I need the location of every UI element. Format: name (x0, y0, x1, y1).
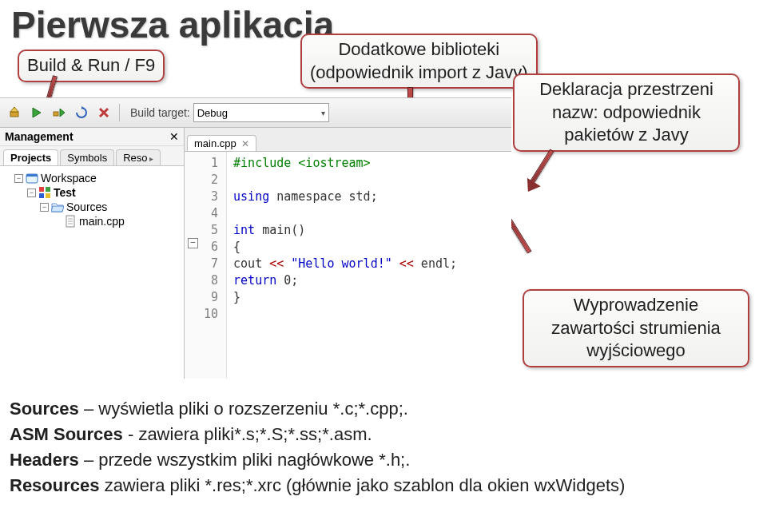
build-icon[interactable] (5, 103, 24, 122)
callout-build-run: Build & Run / F9 (18, 50, 165, 82)
code-line-5b: main() (255, 223, 305, 237)
svg-rect-11 (46, 187, 50, 192)
close-icon[interactable]: ✕ (169, 130, 179, 143)
project-icon (38, 186, 51, 199)
collapse-icon[interactable]: − (27, 189, 36, 197)
folder-open-icon (51, 200, 64, 213)
workspace-icon (26, 172, 38, 185)
chevron-right-icon: ▸ (149, 154, 153, 163)
tree-file-label: main.cpp (79, 215, 125, 228)
line-number: 2 (204, 172, 218, 189)
code-kw-return: return (233, 273, 276, 288)
callout-libraries: Dodatkowe biblioteki (odpowiednik import… (300, 34, 538, 89)
callout-namespace-l3: pakietów z Javy (523, 124, 730, 147)
tree-file-maincpp[interactable]: main.cpp (3, 214, 181, 228)
toolbar: Build target: Debug ▾ (0, 98, 511, 128)
tab-projects[interactable]: Projects (3, 149, 58, 165)
line-number: 6 (204, 239, 218, 256)
callout-output-stream-l2: zawartości strumienia (532, 317, 740, 340)
bottom-sources-t: – wyświetla pliki o rozszerzeniu *.c;*.c… (79, 399, 408, 419)
tree-project-label: Test (54, 186, 76, 199)
line-number: 9 (204, 289, 218, 306)
svg-rect-9 (26, 174, 38, 177)
tab-symbols[interactable]: Symbols (60, 149, 114, 165)
callout-libraries-l1: Dodatkowe biblioteki (310, 38, 528, 62)
project-tree: − Workspace − Test − Sources ma (0, 166, 184, 379)
bottom-description: Sources – wyświetla pliki o rozszerzeniu… (10, 396, 625, 498)
abort-icon[interactable] (94, 103, 113, 122)
code-line-8c: 0; (276, 273, 298, 288)
code-op-2: << (399, 256, 414, 271)
line-number: 3 (204, 189, 218, 205)
management-panel: Management ✕ Projects Symbols Reso▸ − Wo… (0, 128, 185, 379)
tab-resources-label: Reso (123, 152, 147, 164)
code-kw-int: int (233, 223, 255, 237)
svg-marker-4 (60, 109, 65, 117)
tree-sources-folder[interactable]: − Sources (3, 200, 181, 214)
line-number: 5 (204, 222, 218, 239)
bottom-headers-b: Headers (10, 450, 79, 470)
code-line-1: #include <iostream> (233, 156, 371, 170)
line-number: 7 (204, 256, 218, 272)
bottom-headers-t: – przede wszystkim pliki nagłówkowe *.h;… (79, 450, 411, 470)
fold-icon[interactable]: − (188, 238, 198, 248)
code-editor[interactable]: 1 2 3 4 5 6 7 8 9 10 − #include <iostrea… (185, 152, 511, 379)
svg-rect-13 (46, 193, 50, 198)
callout-namespace-l1: Deklaracja przestrzeni (523, 78, 730, 101)
run-icon[interactable] (27, 103, 46, 122)
svg-rect-3 (54, 112, 58, 116)
code-op-1: << (269, 256, 284, 271)
svg-rect-12 (39, 193, 44, 198)
svg-marker-2 (33, 108, 41, 117)
callout-namespace: Deklaracja przestrzeni nazw: odpowiednik… (513, 73, 740, 152)
management-tabs: Projects Symbols Reso▸ (0, 146, 184, 166)
editor-area: main.cpp ✕ 1 2 3 4 5 6 7 8 9 10 − (185, 128, 511, 379)
callout-output-stream-l1: Wyprowadzenie (532, 294, 740, 317)
tree-workspace-label: Workspace (41, 172, 97, 185)
bottom-resources-t: zawiera pliki *.res;*.xrc (głównie jako … (100, 475, 626, 495)
svg-marker-1 (10, 107, 18, 112)
svg-rect-0 (10, 112, 18, 117)
bottom-asm-t: - zawiera pliki*.s;*.S;*.ss;*.asm. (123, 424, 372, 444)
code-brace-open: { (233, 240, 240, 254)
editor-tabs: main.cpp ✕ (185, 128, 511, 152)
ide-window: Build target: Debug ▾ Management ✕ Proje… (0, 97, 511, 378)
callout-namespace-l2: nazw: odpowiednik (523, 101, 730, 125)
code-brace-close: } (233, 290, 240, 304)
tab-resources[interactable]: Reso▸ (116, 149, 160, 165)
arrow-ns-to-using (530, 149, 554, 184)
bottom-resources-b: Resources (10, 475, 100, 495)
svg-rect-10 (39, 187, 44, 192)
code-content: #include <iostream> using namespace std;… (227, 152, 463, 379)
code-line-7e: endl; (414, 256, 457, 271)
line-number: 1 (204, 155, 218, 172)
tab-maincpp[interactable]: main.cpp ✕ (187, 135, 256, 151)
build-run-icon[interactable] (50, 103, 69, 122)
rebuild-icon[interactable] (72, 103, 91, 122)
tree-project-test[interactable]: − Test (3, 185, 181, 200)
code-str: "Hello world!" (284, 256, 399, 271)
bottom-sources-b: Sources (10, 399, 79, 419)
build-target-select[interactable]: Debug ▾ (193, 103, 329, 122)
collapse-icon[interactable]: − (14, 174, 23, 183)
code-line-3b: namespace std; (269, 189, 377, 204)
tree-workspace[interactable]: − Workspace (3, 171, 181, 185)
bottom-asm-b: ASM Sources (10, 424, 123, 444)
tree-sources-label: Sources (66, 200, 107, 213)
line-number-gutter: 1 2 3 4 5 6 7 8 9 10 − (185, 152, 227, 379)
callout-output-stream-l3: wyjściowego (532, 339, 740, 363)
build-target-value: Debug (197, 107, 228, 119)
line-number: 8 (204, 272, 218, 289)
build-target-label: Build target: (130, 106, 190, 119)
collapse-icon[interactable]: − (40, 203, 49, 212)
code-line-7a: cout (233, 256, 269, 271)
callout-libraries-l2: (odpowiednik import z Javy) (310, 62, 528, 85)
tab-maincpp-label: main.cpp (194, 137, 236, 149)
close-tab-icon[interactable]: ✕ (241, 138, 249, 149)
line-number: 4 (204, 205, 218, 222)
file-icon (64, 215, 77, 228)
management-title: Management (5, 130, 74, 143)
line-number: 10 (204, 306, 218, 323)
callout-output-stream: Wyprowadzenie zawartości strumienia wyjś… (523, 289, 749, 367)
code-kw-using: using (233, 189, 269, 204)
